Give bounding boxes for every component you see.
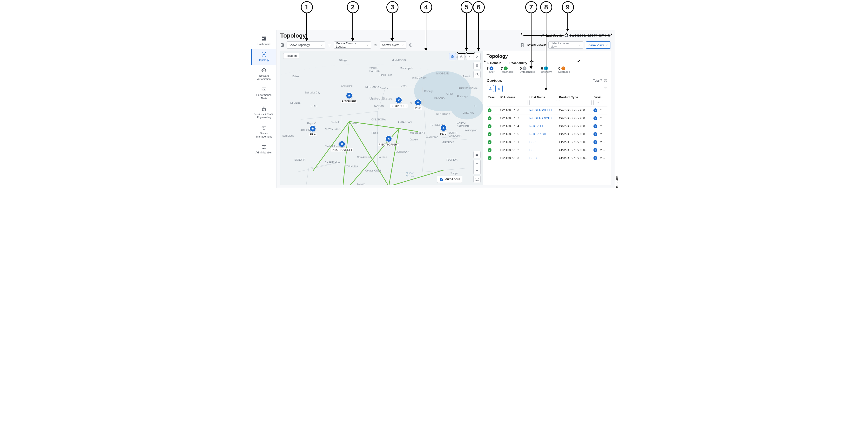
svg-line-40 <box>399 129 418 132</box>
sidebar-item-services-te[interactable]: Services & Traffic Engineering <box>251 104 276 123</box>
sidebar-item-dashboard[interactable]: Dashboard <box>251 33 276 49</box>
col-host[interactable]: Host Name <box>528 94 558 106</box>
fit-button[interactable] <box>473 176 480 183</box>
auto-focus-toggle[interactable]: Auto-Focus <box>437 176 462 183</box>
logical-view-button[interactable] <box>458 53 465 60</box>
filter-type-select[interactable] <box>593 100 603 105</box>
show-dropdown[interactable]: Show: Topology <box>287 41 325 49</box>
saved-views-label: Saved Views: <box>527 43 546 47</box>
cell-ip: 192.168.5.107 <box>499 114 529 122</box>
search-button[interactable] <box>473 71 480 78</box>
filter-reach-select[interactable] <box>488 100 497 105</box>
col-product[interactable]: Product Type <box>558 94 592 106</box>
panel-collapse-left-button[interactable] <box>466 53 473 60</box>
topology-map[interactable]: North Bay United States MINNESOTA Minnea… <box>280 50 483 185</box>
chevron-down-icon <box>605 44 608 46</box>
sidebar-item-topology[interactable]: Topology <box>251 49 276 65</box>
sidebar-item-administration[interactable]: Administration <box>251 142 276 158</box>
svg-point-17 <box>263 127 263 128</box>
table-row[interactable]: 192.168.5.107P-BOTTORIGHTCisco IOS XRv 9… <box>487 114 608 122</box>
dashboard-icon <box>261 36 267 41</box>
filter-icon[interactable] <box>603 86 608 91</box>
reachability-label: Reachability <box>509 61 527 65</box>
table-row[interactable]: 192.168.5.103PE-CCisco IOS XRv 900...Ro.… <box>487 154 608 162</box>
select-saved-view-dropdown[interactable]: Select a saved view <box>548 41 583 49</box>
svg-line-37 <box>349 122 389 185</box>
callout-1: 1 <box>301 1 313 13</box>
svg-rect-14 <box>264 110 265 110</box>
filter-product-input[interactable] <box>559 100 591 105</box>
topology-node-p-topright[interactable]: P-TOPRIGHT <box>390 97 408 108</box>
svg-rect-1 <box>264 37 266 38</box>
router-type-icon <box>593 148 597 152</box>
topology-node-pe-b[interactable]: PE-B <box>414 99 422 110</box>
export-button[interactable] <box>487 85 494 92</box>
filter-host-input[interactable] <box>529 100 557 105</box>
legend-button[interactable] <box>473 151 480 158</box>
group-icon <box>328 43 332 47</box>
host-link[interactable]: PE-B <box>529 148 536 152</box>
zoom-in-button[interactable] <box>473 160 480 167</box>
zoom-out-button[interactable] <box>473 167 480 174</box>
watermark: 522060 <box>615 174 619 188</box>
svg-rect-12 <box>264 106 265 107</box>
host-link[interactable]: PE-C <box>529 156 536 160</box>
check-icon <box>504 66 508 70</box>
svg-rect-46 <box>460 57 460 58</box>
degraded-icon <box>561 66 565 70</box>
cell-product: Cisco IOS XRv 900... <box>558 130 592 138</box>
col-type[interactable]: Devic... <box>592 94 607 106</box>
table-row[interactable]: 192.168.5.102PE-BCisco IOS XRv 900...Ro.… <box>487 146 608 154</box>
host-link[interactable]: P-BOTTOMLEFT <box>529 109 553 112</box>
topology-node-p-topleft[interactable]: P-TOPLEFT <box>341 92 357 103</box>
svg-point-26 <box>376 45 376 46</box>
geo-view-button[interactable] <box>449 53 456 60</box>
table-row[interactable]: 192.168.5.106P-BOTTOMLEFTCisco IOS XRv 9… <box>487 106 608 114</box>
topology-node-p-bottoright[interactable]: P-BOTTORIGHT <box>378 135 399 146</box>
sidebar-item-device-management[interactable]: Device Management <box>251 123 276 142</box>
table-row[interactable]: 192.168.5.104P-TOPLEFTCisco IOS XRv 900.… <box>487 122 608 130</box>
router-type-icon <box>593 140 597 144</box>
count-unreachable: 0 Unreachable <box>520 66 535 73</box>
router-type-icon <box>593 132 597 136</box>
router-node-icon <box>440 125 447 131</box>
layers-button[interactable] <box>473 62 480 69</box>
svg-line-41 <box>389 170 443 185</box>
filter-ip-input[interactable] <box>500 100 528 105</box>
sidebar-item-network-automation[interactable]: Network Automation <box>251 65 276 84</box>
col-ip[interactable]: IP Address <box>499 94 529 106</box>
topology-node-pe-c[interactable]: PE-C <box>439 125 447 136</box>
status-reachable-icon <box>488 148 492 152</box>
table-row[interactable]: 192.168.5.101PE-ACisco IOS XRv 900...Ro.… <box>487 138 608 146</box>
table-row[interactable]: 192.168.5.105P-TOPRIGHTCisco IOS XRv 900… <box>487 130 608 138</box>
host-link[interactable]: P-TOPRIGHT <box>529 133 548 136</box>
svg-point-25 <box>375 44 375 44</box>
router-node-icon <box>339 141 345 147</box>
col-reachability[interactable]: Reac... <box>487 94 499 106</box>
router-type-icon <box>593 116 597 120</box>
bookmark-icon <box>520 43 524 47</box>
location-chip[interactable]: Location <box>283 53 299 59</box>
info-icon[interactable] <box>409 43 413 47</box>
layers-dropdown[interactable]: Show Layers <box>380 41 406 49</box>
callout-7: 7 <box>525 1 537 13</box>
host-link[interactable]: P-BOTTORIGHT <box>529 116 552 120</box>
cell-ip: 192.168.5.101 <box>499 138 529 146</box>
import-button[interactable] <box>495 85 503 92</box>
svg-point-51 <box>475 155 476 156</box>
refresh-button[interactable] <box>608 34 611 38</box>
sidebar-item-performance-alerts[interactable]: Performance Alerts <box>251 84 276 104</box>
host-link[interactable]: PE-A <box>529 140 536 144</box>
topology-node-p-bottomleft[interactable]: P-BOTTOMLEFT <box>331 141 353 152</box>
panel-collapse-right-button[interactable] <box>473 53 480 60</box>
host-link[interactable]: P-TOPLEFT <box>529 125 546 128</box>
gear-icon[interactable] <box>603 79 608 82</box>
ip-domain-label: IP Domain <box>487 61 501 65</box>
cell-product: Cisco IOS XRv 900... <box>558 106 592 114</box>
cell-ip: 192.168.5.102 <box>499 146 529 154</box>
svg-point-50 <box>475 155 476 155</box>
device-groups-dropdown[interactable]: Device Groups: Locat... <box>334 41 371 49</box>
devices-table: Reac... IP Address Host Name Product Typ… <box>487 94 608 162</box>
topology-node-pe-a[interactable]: PE-A <box>309 125 316 136</box>
save-view-button[interactable]: Save View <box>586 41 611 49</box>
